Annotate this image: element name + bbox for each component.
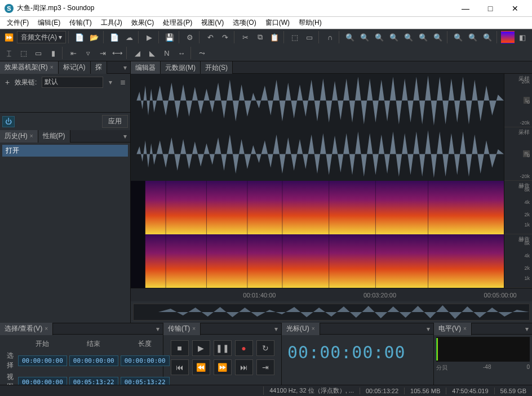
batch-icon[interactable]: ☁ bbox=[122, 31, 136, 43]
panel-menu-icon[interactable]: ▾ bbox=[120, 64, 130, 72]
waveform-display[interactable]: 采样L20k0-20k 采样R0-20k 赫兹8k4k2k1k 赫兹8k4k2k… bbox=[131, 74, 532, 288]
menu-options[interactable]: 选项(O) bbox=[228, 17, 260, 29]
save-icon[interactable]: 💾 bbox=[163, 31, 176, 43]
maximize-button[interactable]: □ bbox=[478, 0, 503, 17]
audiofile-selector[interactable]: 音频文件(A) ▾ bbox=[17, 31, 66, 43]
copy-icon[interactable]: ⧉ bbox=[253, 31, 267, 43]
loop-button[interactable]: ↻ bbox=[256, 340, 274, 356]
marker-next-icon[interactable]: ⇥ bbox=[96, 47, 109, 59]
tab-performance[interactable]: 性能(P) bbox=[38, 130, 70, 143]
power-icon[interactable]: ⏻ bbox=[2, 116, 15, 127]
tab-browse[interactable]: 探 bbox=[91, 61, 107, 74]
zoom-in-icon[interactable]: 🔍 bbox=[343, 31, 357, 43]
tab-select-view[interactable]: 选择/查看(V)× bbox=[0, 323, 53, 335]
zoom-vin-icon[interactable]: 🔍 bbox=[451, 31, 465, 43]
history-item[interactable]: 打开 bbox=[2, 145, 128, 157]
select-range-icon[interactable]: ⬚ bbox=[288, 31, 302, 43]
stop-button[interactable]: ■ bbox=[171, 340, 189, 356]
tool-brush-icon[interactable]: ▮ bbox=[46, 47, 60, 59]
rewind-button[interactable]: ⏪ bbox=[192, 359, 210, 375]
play-button[interactable]: ▶ bbox=[192, 340, 210, 356]
tool-range-icon[interactable]: ⬚ bbox=[17, 47, 30, 59]
go-start-button[interactable]: ⏮ bbox=[171, 359, 189, 375]
redo-icon[interactable]: ↷ bbox=[218, 31, 232, 43]
fade-in-icon[interactable]: ◢ bbox=[131, 47, 144, 59]
tab-markers[interactable]: 标记(A) bbox=[59, 61, 91, 74]
tool-cursor-icon[interactable]: ⌶ bbox=[2, 47, 16, 59]
play-icon[interactable]: ▶ bbox=[143, 31, 156, 43]
panel-menu-icon[interactable]: ▾ bbox=[423, 325, 433, 333]
zoom-v-icon[interactable]: 🔍 bbox=[416, 31, 430, 43]
panel-menu-icon[interactable]: ▾ bbox=[153, 325, 163, 333]
open-folder-icon[interactable]: 📂 bbox=[87, 31, 101, 43]
snap-icon[interactable]: ∩ bbox=[323, 31, 336, 43]
record-file-icon[interactable]: 📄 bbox=[108, 31, 121, 43]
toggle-panel-icon[interactable]: ⏩ bbox=[2, 31, 16, 43]
normalize-icon[interactable]: N bbox=[160, 47, 174, 59]
zoom-h-icon[interactable]: 🔍 bbox=[402, 31, 415, 43]
tab-fxrack[interactable]: 效果器机架(R)× bbox=[0, 61, 59, 74]
tab-metadata[interactable]: 元数据(M) bbox=[161, 61, 201, 74]
spectral-color-icon[interactable] bbox=[501, 31, 515, 43]
menu-help[interactable]: 帮助(H) bbox=[294, 17, 326, 29]
layout-icon[interactable]: ◧ bbox=[516, 31, 529, 43]
close-icon[interactable]: × bbox=[50, 64, 54, 70]
settings-icon[interactable]: ⚙ bbox=[183, 31, 197, 43]
timeline[interactable]: 00:01:40:00 00:03:20:00 00:05:00:00 bbox=[131, 288, 532, 301]
menu-processors[interactable]: 处理器(P) bbox=[158, 17, 197, 29]
undo-icon[interactable]: ↶ bbox=[203, 31, 217, 43]
marker-prev-icon[interactable]: ⇤ bbox=[66, 47, 80, 59]
add-effect-icon[interactable]: + bbox=[2, 78, 12, 87]
paste-icon[interactable]: 📋 bbox=[268, 31, 281, 43]
forward-button[interactable]: ⏩ bbox=[214, 359, 232, 375]
panel-menu-icon[interactable]: ▾ bbox=[522, 325, 532, 333]
new-file-icon[interactable]: 📄 bbox=[73, 31, 86, 43]
marker-add-icon[interactable]: ▿ bbox=[81, 47, 95, 59]
menu-view[interactable]: 视图(V) bbox=[197, 17, 228, 29]
pause-button[interactable]: ❚❚ bbox=[214, 340, 232, 356]
tab-history[interactable]: 历史(H)× bbox=[0, 130, 38, 143]
tab-editor[interactable]: 编辑器 bbox=[131, 61, 161, 74]
close-icon[interactable]: × bbox=[30, 133, 33, 139]
list-icon[interactable]: ≣ bbox=[118, 78, 128, 86]
sel-start[interactable]: 00:00:00:00 bbox=[18, 355, 67, 366]
select-all-icon[interactable]: ▭ bbox=[303, 31, 316, 43]
chevron-down-icon[interactable]: ▾ bbox=[105, 78, 116, 86]
menu-window[interactable]: 窗口(W) bbox=[261, 17, 294, 29]
menu-edit[interactable]: 编辑(E) bbox=[33, 17, 65, 29]
go-end-button[interactable]: ⏭ bbox=[235, 359, 253, 375]
tool-marquee-icon[interactable]: ▭ bbox=[32, 47, 45, 59]
fade-out-icon[interactable]: ◣ bbox=[145, 47, 159, 59]
tab-cursor[interactable]: 光标(U)× bbox=[282, 323, 320, 335]
close-button[interactable]: ✕ bbox=[503, 0, 527, 17]
zoom-vreset-icon[interactable]: 🔍 bbox=[481, 31, 494, 43]
zoom-vout-icon[interactable]: 🔍 bbox=[466, 31, 480, 43]
status-duration: 00:05:13:22 bbox=[360, 388, 404, 394]
skip-button[interactable]: ⇥ bbox=[256, 359, 274, 375]
panel-menu-icon[interactable]: ▾ bbox=[120, 132, 130, 140]
reverse-icon[interactable]: ↔ bbox=[175, 47, 188, 59]
overview[interactable] bbox=[133, 304, 530, 321]
zoom-fit-icon[interactable]: 🔍 bbox=[373, 31, 386, 43]
marker-region-icon[interactable]: ⟷ bbox=[110, 47, 124, 59]
menu-tools[interactable]: 工具(J) bbox=[96, 17, 127, 29]
zoom-reset-icon[interactable]: 🔍 bbox=[431, 31, 445, 43]
tab-start[interactable]: 开始(S) bbox=[201, 61, 233, 74]
tab-level[interactable]: 电平(V)× bbox=[434, 323, 472, 335]
apply-button[interactable]: 应用 bbox=[102, 115, 128, 128]
menu-transport[interactable]: 传输(T) bbox=[65, 17, 96, 29]
menu-effects[interactable]: 效果(C) bbox=[127, 17, 159, 29]
record-button[interactable]: ● bbox=[235, 340, 253, 356]
sel-end[interactable]: 00:00:00:00 bbox=[69, 355, 118, 366]
cut-icon[interactable]: ✂ bbox=[238, 31, 252, 43]
menubar: 文件(F) 编辑(E) 传输(T) 工具(J) 效果(C) 处理器(P) 视图(… bbox=[0, 17, 532, 29]
tab-transport[interactable]: 传输(T)× bbox=[163, 323, 201, 335]
minimize-button[interactable]: — bbox=[453, 0, 478, 17]
zoom-sel-icon[interactable]: 🔍 bbox=[387, 31, 401, 43]
crossfade-icon[interactable]: ⤳ bbox=[195, 47, 209, 59]
sel-len[interactable]: 00:00:00:00 bbox=[121, 355, 170, 366]
zoom-out-icon[interactable]: 🔍 bbox=[358, 31, 371, 43]
menu-file[interactable]: 文件(F) bbox=[2, 17, 33, 29]
panel-menu-icon[interactable]: ▾ bbox=[271, 325, 281, 333]
fx-preset-select[interactable]: 默认 bbox=[42, 77, 103, 88]
